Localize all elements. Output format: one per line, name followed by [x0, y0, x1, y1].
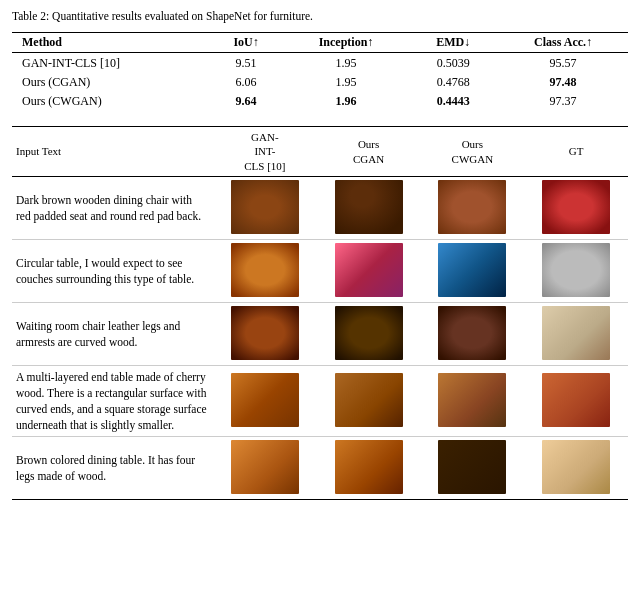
table-row: Ours (CGAN) 6.06 1.95 0.4768 97.48	[12, 73, 628, 92]
image-placeholder	[231, 373, 299, 427]
img-cgan-5	[317, 437, 421, 500]
img-cgan-4	[317, 365, 421, 436]
inception-cell: 1.96	[284, 92, 408, 112]
col-ours-cgan: OursCGAN	[317, 127, 421, 177]
img-cwgan-5	[420, 437, 524, 500]
qual-row-2: Circular table, I would expect to see co…	[12, 239, 628, 302]
img-cgan-2	[317, 239, 421, 302]
input-text-5: Brown colored dining table. It has four …	[12, 437, 213, 500]
img-gt-2	[524, 239, 628, 302]
img-gan-5	[213, 437, 317, 500]
classacc-cell: 97.37	[498, 92, 628, 112]
qual-row-5: Brown colored dining table. It has four …	[12, 437, 628, 500]
inception-cell: 1.95	[284, 53, 408, 74]
image-placeholder	[542, 243, 610, 297]
img-gan-3	[213, 302, 317, 365]
table-row: GAN-INT-CLS [10] 9.51 1.95 0.5039 95.57	[12, 53, 628, 74]
img-gt-5	[524, 437, 628, 500]
img-cwgan-1	[420, 176, 524, 239]
img-cgan-1	[317, 176, 421, 239]
qual-row-4: A multi-layered end table made of cherry…	[12, 365, 628, 436]
img-gt-4	[524, 365, 628, 436]
qual-row-1: Dark brown wooden dining chair with red …	[12, 176, 628, 239]
input-text-1: Dark brown wooden dining chair with red …	[12, 176, 213, 239]
input-text-4: A multi-layered end table made of cherry…	[12, 365, 213, 436]
image-placeholder	[542, 306, 610, 360]
inception-cell: 1.95	[284, 73, 408, 92]
image-placeholder	[335, 373, 403, 427]
img-gan-4	[213, 365, 317, 436]
col-gan-int-cls: GAN-INT-CLS [10]	[213, 127, 317, 177]
image-placeholder	[438, 440, 506, 494]
table-row: Ours (CWGAN) 9.64 1.96 0.4443 97.37	[12, 92, 628, 112]
emd-cell: 0.4768	[408, 73, 498, 92]
col-iou: IoU↑	[208, 33, 284, 53]
image-placeholder	[335, 243, 403, 297]
col-ours-cwgan: OursCWGAN	[420, 127, 524, 177]
image-placeholder	[438, 373, 506, 427]
col-emd: EMD↓	[408, 33, 498, 53]
img-gt-1	[524, 176, 628, 239]
iou-cell: 6.06	[208, 73, 284, 92]
input-text-3: Waiting room chair leather legs and armr…	[12, 302, 213, 365]
col-gt: GT	[524, 127, 628, 177]
img-gan-2	[213, 239, 317, 302]
col-input-text: Input Text	[12, 127, 213, 177]
classacc-cell: 97.48	[498, 73, 628, 92]
iou-cell: 9.64	[208, 92, 284, 112]
image-placeholder	[231, 306, 299, 360]
method-cell: GAN-INT-CLS [10]	[12, 53, 208, 74]
qual-table: Input Text GAN-INT-CLS [10] OursCGAN Our…	[12, 126, 628, 500]
image-placeholder	[231, 243, 299, 297]
image-placeholder	[335, 306, 403, 360]
classacc-cell: 95.57	[498, 53, 628, 74]
img-cwgan-3	[420, 302, 524, 365]
col-inception: Inception↑	[284, 33, 408, 53]
iou-cell: 9.51	[208, 53, 284, 74]
metrics-table: Method IoU↑ Inception↑ EMD↓ Class Acc.↑ …	[12, 32, 628, 112]
img-cgan-3	[317, 302, 421, 365]
image-placeholder	[438, 243, 506, 297]
image-placeholder	[231, 440, 299, 494]
emd-cell: 0.5039	[408, 53, 498, 74]
img-gan-1	[213, 176, 317, 239]
page-title: Table 2: Quantitative results evaluated …	[12, 8, 628, 24]
emd-cell: 0.4443	[408, 92, 498, 112]
col-method: Method	[12, 33, 208, 53]
col-classacc: Class Acc.↑	[498, 33, 628, 53]
qual-row-3: Waiting room chair leather legs and armr…	[12, 302, 628, 365]
image-placeholder	[335, 440, 403, 494]
image-placeholder	[231, 180, 299, 234]
img-cwgan-4	[420, 365, 524, 436]
image-placeholder	[335, 180, 403, 234]
image-placeholder	[438, 180, 506, 234]
img-gt-3	[524, 302, 628, 365]
method-cell: Ours (CGAN)	[12, 73, 208, 92]
img-cwgan-2	[420, 239, 524, 302]
image-placeholder	[542, 180, 610, 234]
image-placeholder	[438, 306, 506, 360]
image-placeholder	[542, 373, 610, 427]
method-cell: Ours (CWGAN)	[12, 92, 208, 112]
input-text-2: Circular table, I would expect to see co…	[12, 239, 213, 302]
image-placeholder	[542, 440, 610, 494]
